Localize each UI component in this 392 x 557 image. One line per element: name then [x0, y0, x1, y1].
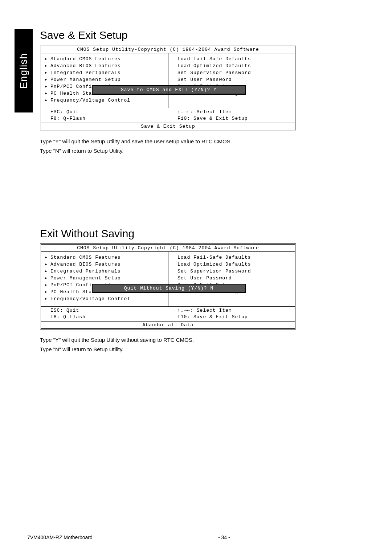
hint-f10: F10: Save & Exit Setup [177, 115, 291, 122]
section2-desc2: Type "N" will return to Setup Utility. [40, 345, 356, 353]
menu-item[interactable]: Standard CMOS Features [50, 254, 164, 261]
bios-bottom-1: ESC: Quit F8: Q-Flash ↑↓→←: Select Item … [41, 108, 295, 123]
hint-f8: F8: Q-Flash [50, 115, 164, 122]
menu-item[interactable]: Load Fail-Safe Defaults [177, 56, 291, 62]
menu-item[interactable]: Set User Password [177, 76, 291, 83]
section1-desc2: Type "N" will return to Setup Utility. [40, 147, 356, 155]
section1-heading: Save & Exit Setup [40, 29, 356, 41]
bios-bottom-right-1: ↑↓→←: Select Item F10: Save & Exit Setup [168, 108, 295, 123]
hint-arrows: ↑↓→←: Select Item [177, 109, 291, 115]
bios-box-2: CMOS Setup Utility-Copyright (C) 1984-20… [40, 243, 296, 329]
menu-item[interactable]: Power Management Setup [50, 275, 164, 282]
bios-bottom-left-2: ESC: Quit F8: Q-Flash [41, 307, 168, 321]
bios-right-col-2: Load Fail-Safe Defaults Load Optimized D… [168, 252, 295, 306]
hint-f8: F8: Q-Flash [50, 314, 164, 320]
bios-bottom-2: ESC: Quit F8: Q-Flash ↑↓→←: Select Item … [41, 306, 295, 321]
menu-item[interactable]: Set Supervisor Password [177, 69, 291, 76]
bios-bottom-right-2: ↑↓→←: Select Item F10: Save & Exit Setup [168, 307, 295, 321]
menu-item[interactable]: Frequency/Voltage Control [50, 97, 164, 104]
quit-dialog[interactable]: Quit Without Saving (Y/N)? N [92, 284, 246, 293]
menu-item[interactable]: Integrated Peripherals [50, 268, 164, 275]
menu-item[interactable]: Load Optimized Defaults [177, 261, 291, 268]
footer-pagenum: - 34 - [218, 535, 230, 540]
save-dialog[interactable]: Save to CMOS and EXIT (Y/N)? Y [92, 85, 246, 94]
bios-right-col-1: Load Fail-Safe Defaults Load Optimized D… [168, 53, 295, 108]
menu-item[interactable]: Set Supervisor Password [177, 268, 291, 275]
hint-esc: ESC: Quit [50, 109, 164, 115]
bios-bottom-left-1: ESC: Quit F8: Q-Flash [41, 108, 168, 123]
menu-item[interactable]: Power Management Setup [50, 76, 164, 83]
menu-item[interactable]: Standard CMOS Features [50, 56, 164, 62]
page: English Save & Exit Setup CMOS Setup Uti… [0, 0, 392, 557]
section2-desc1: Type "Y" will quit the Setup Utility wit… [40, 336, 356, 344]
menu-item[interactable]: Advanced BIOS Features [50, 261, 164, 268]
hint-f10: F10: Save & Exit Setup [177, 314, 291, 320]
bios-left-col-1: Standard CMOS Features Advanced BIOS Fea… [41, 53, 168, 108]
bios-body-2: Standard CMOS Features Advanced BIOS Fea… [41, 252, 295, 306]
footer-left: 7VM400AM-RZ Motherboard [27, 535, 93, 540]
menu-item[interactable]: Load Optimized Defaults [177, 62, 291, 69]
bios-body-1: Standard CMOS Features Advanced BIOS Fea… [41, 53, 295, 108]
hint-arrows: ↑↓→←: Select Item [177, 307, 291, 314]
bios-status-1: Save & Exit Setup [41, 123, 295, 130]
bios-title-1: CMOS Setup Utility-Copyright (C) 1984-20… [41, 46, 295, 53]
section2-heading: Exit Without Saving [40, 228, 356, 240]
language-tab: English [15, 29, 33, 112]
menu-item[interactable]: Set User Password [177, 275, 291, 282]
bios-title-2: CMOS Setup Utility-Copyright (C) 1984-20… [41, 245, 295, 252]
menu-item[interactable]: Advanced BIOS Features [50, 62, 164, 69]
menu-item[interactable]: Integrated Peripherals [50, 69, 164, 76]
menu-item[interactable]: Load Fail-Safe Defaults [177, 254, 291, 261]
page-footer: 7VM400AM-RZ Motherboard - 34 - [27, 535, 356, 540]
content: Save & Exit Setup CMOS Setup Utility-Cop… [40, 29, 356, 353]
bios-left-col-2: Standard CMOS Features Advanced BIOS Fea… [41, 252, 168, 306]
language-label: English [18, 53, 29, 89]
section1-desc1: Type "Y" will quit the Setup Utility and… [40, 138, 356, 146]
bios-box-1: CMOS Setup Utility-Copyright (C) 1984-20… [40, 45, 296, 131]
bios-status-2: Abandon all Data [41, 321, 295, 328]
menu-item[interactable]: Frequency/Voltage Control [50, 295, 164, 302]
hint-esc: ESC: Quit [50, 307, 164, 314]
